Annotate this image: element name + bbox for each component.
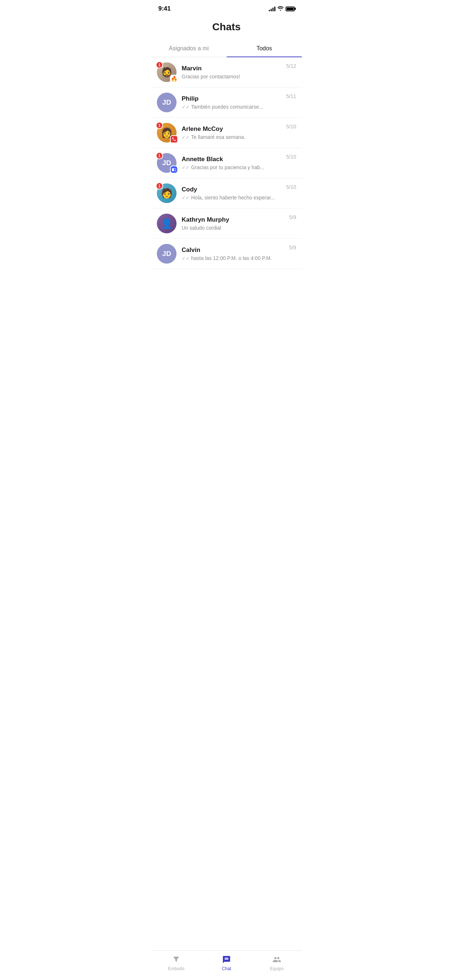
chat-list: 1 🧔 🔥 Marvin Gracias por contactarnos! 5… <box>151 57 302 269</box>
chat-content-philip: Philip ✓✓ También puedes comunicarse... <box>182 95 283 110</box>
chat-date-cody: 5/10 <box>286 184 296 190</box>
chat-item-arlene[interactable]: 1 👩 Arlene McCoy ✓✓ Te llamaré esa seman… <box>151 118 302 148</box>
tabs-container: Asignados a mi Todos <box>151 40 302 57</box>
chat-item-kathryn[interactable]: 👤 Kathryn Murphy Un saludo cordial 5/9 <box>151 208 302 239</box>
signal-icon <box>269 6 275 11</box>
avatar-photo-cody: 🧑 <box>161 188 172 199</box>
fire-icon: 🔥 <box>170 75 178 83</box>
chat-name-cody: Cody <box>182 186 283 193</box>
tab-assigned[interactable]: Asignados a mi <box>151 40 226 57</box>
badge-cody: 1 <box>156 182 163 189</box>
checkmark-arlene: ✓✓ <box>182 135 190 140</box>
avatar-wrap-marvin: 1 🧔 🔥 <box>157 62 177 82</box>
avatar-kathryn: 👤 <box>157 214 177 233</box>
avatar-philip: JD <box>157 92 177 112</box>
status-icons <box>269 6 295 12</box>
chat-content-marvin: Marvin Gracias por contactarnos! <box>182 65 283 80</box>
chat-name-kathryn: Kathryn Murphy <box>182 216 286 223</box>
avatar-calvin: JD <box>157 244 177 264</box>
chat-preview-calvin: ✓✓ hasta las 12:00 P.M. o las 4:00 P.M. <box>182 255 286 261</box>
page-title: Chats <box>158 21 295 33</box>
chat-preview-arlene: ✓✓ Te llamaré esa semana. <box>182 134 283 140</box>
wifi-icon <box>278 6 283 12</box>
chat-date-marvin: 5/12 <box>286 63 296 69</box>
checkmark-calvin: ✓✓ <box>182 256 190 261</box>
chat-content-arlene: Arlene McCoy ✓✓ Te llamaré esa semana. <box>182 126 283 140</box>
chat-name-arlene: Arlene McCoy <box>182 126 283 133</box>
badge-marvin: 1 <box>156 61 163 68</box>
chat-name-philip: Philip <box>182 95 283 102</box>
avatar-initials-philip: JD <box>162 99 171 107</box>
avatar-wrap-arlene: 1 👩 <box>157 123 177 143</box>
avatar-wrap-calvin: JD <box>157 244 177 264</box>
book-icon <box>170 165 178 173</box>
chat-name-marvin: Marvin <box>182 65 283 72</box>
chat-date-philip: 5/11 <box>286 93 296 99</box>
avatar-photo-kathryn: 👤 <box>161 218 172 229</box>
chat-content-kathryn: Kathryn Murphy Un saludo cordial <box>182 216 286 231</box>
avatar-initials-calvin: JD <box>162 250 171 258</box>
badge-annette: 1 <box>156 152 163 159</box>
chat-content-calvin: Calvin ✓✓ hasta las 12:00 P.M. o las 4:0… <box>182 247 286 261</box>
chat-date-kathryn: 5/9 <box>289 215 296 220</box>
chat-name-calvin: Calvin <box>182 247 286 254</box>
chat-preview-kathryn: Un saludo cordial <box>182 225 286 231</box>
chat-content-cody: Cody ✓✓ Hola, siento haberte hecho esper… <box>182 186 283 200</box>
chat-name-annette: Annette Black <box>182 156 283 163</box>
phone-icon <box>170 135 178 143</box>
chat-date-calvin: 5/9 <box>289 245 296 250</box>
checkmark-annette: ✓✓ <box>182 165 190 170</box>
avatar-wrap-annette: 1 JD <box>157 153 177 173</box>
chat-preview-marvin: Gracias por contactarnos! <box>182 74 283 80</box>
chat-item-annette[interactable]: 1 JD Annette Black ✓✓ Gracias por tu pac… <box>151 148 302 178</box>
chat-preview-philip: ✓✓ También puedes comunicarse... <box>182 104 283 110</box>
chat-date-arlene: 5/10 <box>286 124 296 129</box>
badge-arlene: 1 <box>156 122 163 129</box>
chat-content-annette: Annette Black ✓✓ Gracias por tu pacienci… <box>182 156 283 170</box>
checkmark-philip: ✓✓ <box>182 104 190 110</box>
chat-item-cody[interactable]: 1 🧑 Cody ✓✓ Hola, siento haberte hecho e… <box>151 178 302 208</box>
chat-preview-annette: ✓✓ Gracias por tu paciencia y hab... <box>182 164 283 170</box>
chat-item-philip[interactable]: JD Philip ✓✓ También puedes comunicarse.… <box>151 88 302 118</box>
chat-item-calvin[interactable]: JD Calvin ✓✓ hasta las 12:00 P.M. o las … <box>151 239 302 269</box>
tab-all[interactable]: Todos <box>226 40 302 57</box>
header: Chats <box>151 15 302 40</box>
checkmark-cody: ✓✓ <box>182 195 190 200</box>
avatar-wrap-kathryn: 👤 <box>157 214 177 233</box>
avatar-wrap-cody: 1 🧑 <box>157 183 177 203</box>
status-bar: 9:41 <box>151 0 302 15</box>
status-time: 9:41 <box>158 5 171 13</box>
battery-icon <box>286 6 295 11</box>
avatar-initials-annette: JD <box>162 159 171 167</box>
chat-item-marvin[interactable]: 1 🧔 🔥 Marvin Gracias por contactarnos! 5… <box>151 57 302 88</box>
avatar-wrap-philip: JD <box>157 92 177 112</box>
chat-date-annette: 5/10 <box>286 154 296 160</box>
chat-preview-cody: ✓✓ Hola, siento haberte hecho esperar... <box>182 195 283 200</box>
